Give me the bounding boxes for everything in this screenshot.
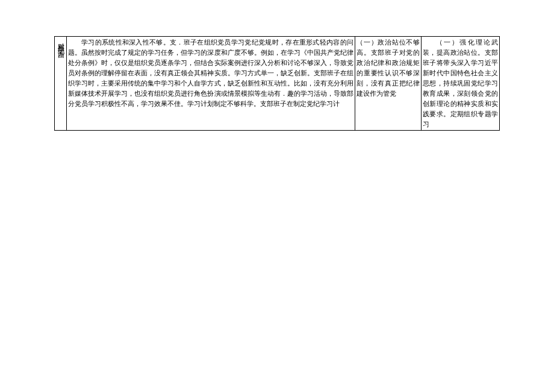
table-row: 对照学纪方面 学习的系统性和深入性不够。支．班子在组织党员学习党纪党规时，存在重… <box>55 37 500 131</box>
main-content-text: 学习的系统性和深入性不够。支．班子在组织党员学习党纪党规时，存在重形式轻内容的问… <box>68 37 353 109</box>
mid-content-cell: （一）政治站位不够高。支部班子对党的政治纪律和政治规矩的重要性认识不够深刻，没有… <box>355 37 422 131</box>
main-content-cell: 学习的系统性和深入性不够。支．班子在组织党员学习党纪党规时，存在重形式轻内容的问… <box>67 37 355 131</box>
right-content-cell: （一）强化理论武装，提高政治站位。支部班子将带头深入学习近平新时代中国特色社会主… <box>422 37 500 131</box>
row-header-cell: 对照学纪方面 <box>55 37 67 131</box>
row-header-label: 对照学纪方面 <box>56 37 66 48</box>
mid-content-text: （一）政治站位不够高。支部班子对党的政治纪律和政治规矩的重要性认识不够深刻，没有… <box>356 37 420 99</box>
document-table: 对照学纪方面 学习的系统性和深入性不够。支．班子在组织党员学习党纪党规时，存在重… <box>54 36 500 131</box>
right-content-text: （一）强化理论武装，提高政治站位。支部班子将带头深入学习近平新时代中国特色社会主… <box>423 37 498 129</box>
